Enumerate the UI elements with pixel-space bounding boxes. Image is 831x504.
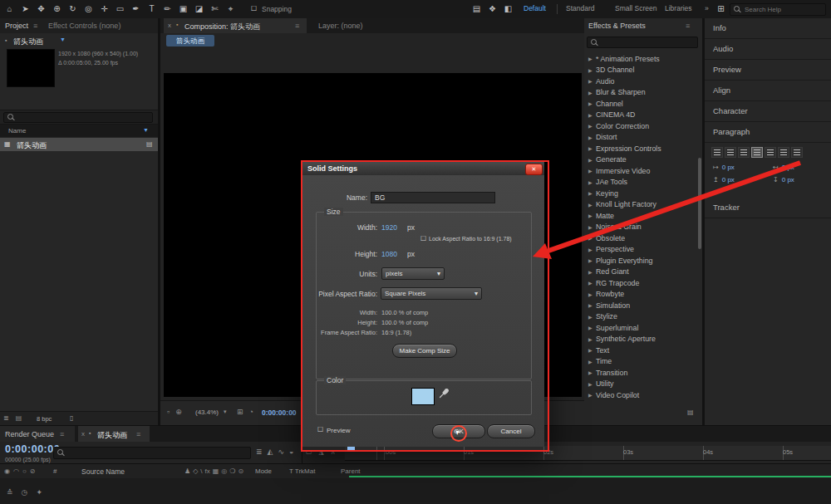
tool-icon[interactable]: ◎ <box>81 0 96 18</box>
workspace-tab-default[interactable]: Default <box>524 4 546 12</box>
expand-arrow-icon[interactable]: ▶ <box>584 90 596 95</box>
workspace-overflow-icon[interactable]: » <box>705 4 709 12</box>
effects-category-row[interactable]: ▶ Superluminal <box>584 322 702 334</box>
workspace-icon[interactable]: ▤ <box>469 0 484 18</box>
effects-category-row[interactable]: ▶ Noise & Grain <box>584 222 702 233</box>
effects-scrollbar[interactable] <box>698 158 701 249</box>
panel-menu-icon[interactable]: ≡ <box>686 22 690 30</box>
lock-aspect-checkbox[interactable]: ☐ <box>420 235 426 242</box>
tool-icon[interactable]: ↻ <box>65 0 81 18</box>
expand-arrow-icon[interactable]: ▶ <box>584 314 596 320</box>
workspace-icon[interactable]: ❖ <box>484 0 500 18</box>
panel-title-row-tracker[interactable]: Tracker <box>705 198 831 218</box>
layer-switch-icon[interactable]: ❍ <box>229 467 235 475</box>
expand-arrow-icon[interactable]: ▶ <box>584 202 596 208</box>
panel-title-row[interactable]: Align <box>705 81 831 101</box>
expand-arrow-icon[interactable]: ▶ <box>584 235 596 241</box>
height-value[interactable]: 1080 <box>381 250 397 258</box>
workspace-tab-standard[interactable]: Standard <box>566 4 595 12</box>
tab-effect-controls[interactable]: Effect Controls (none) <box>48 22 120 30</box>
tab-composition[interactable]: x ▪ Composition: 箭头动画 ≡ <box>164 18 307 33</box>
name-input[interactable] <box>371 192 495 203</box>
effects-category-row[interactable]: ▶ Blur & Sharpen <box>584 87 702 99</box>
expand-arrow-icon[interactable]: ▶ <box>584 145 596 151</box>
tool-icon[interactable]: ⌂ <box>2 0 17 18</box>
indent-value[interactable]: 0 px <box>722 176 735 183</box>
justify-all-button[interactable] <box>791 147 803 158</box>
dialog-close-button[interactable]: ✕ <box>525 164 543 175</box>
viewer-timecode[interactable]: 0:00:00:00 <box>262 409 297 417</box>
layer-switch-icon[interactable]: \ <box>200 467 202 475</box>
tool-icon[interactable]: T <box>144 0 160 18</box>
tool-icon[interactable]: ➤ <box>17 0 33 18</box>
timeline-view-icon[interactable]: ◭ <box>268 448 273 456</box>
timeline-search[interactable] <box>53 447 251 459</box>
indent-value[interactable]: 0 px <box>782 176 794 183</box>
layer-number-column[interactable]: # <box>53 467 57 475</box>
expand-arrow-icon[interactable]: ▶ <box>584 369 596 375</box>
expand-arrow-icon[interactable]: ▶ <box>584 381 596 387</box>
effects-category-row[interactable]: ▶ Synthetic Aperture <box>584 334 702 345</box>
color-swatch[interactable] <box>411 388 435 405</box>
viewer-footer-icon[interactable]: ◔ <box>249 408 253 416</box>
tool-icon[interactable]: ✄ <box>207 0 223 18</box>
effects-category-row[interactable]: ▶ 3D Channel <box>584 65 702 76</box>
effects-category-row[interactable]: ▶ Utility <box>584 379 702 390</box>
width-value[interactable]: 1920 <box>381 223 397 232</box>
dialog-titlebar[interactable]: Solid Settings ✕ <box>302 162 544 176</box>
panel-title-row-paragraph[interactable]: Paragraph <box>705 122 831 143</box>
av-feature-icon[interactable]: ⊘ <box>30 467 36 475</box>
effects-category-row[interactable]: ▶ Transition <box>584 367 702 379</box>
sort-caret-icon[interactable]: ▼ <box>143 127 149 133</box>
effects-category-row[interactable]: ▶ Obsolete <box>584 232 702 244</box>
make-comp-size-button[interactable]: Make Comp Size <box>392 344 457 358</box>
tab-timeline-comp[interactable]: x ▪ 箭头动画 ≡ <box>78 426 150 443</box>
effects-category-row[interactable]: ▶ Time <box>584 356 702 368</box>
av-feature-icon[interactable]: ○ <box>22 467 27 475</box>
comp-title-caret-icon[interactable]: ▼ <box>60 37 66 42</box>
tab-project[interactable]: Project <box>5 22 28 30</box>
effects-category-row[interactable]: ▶ Video Copilot <box>584 389 702 401</box>
panel-title-row[interactable]: Character <box>705 101 831 122</box>
tool-icon[interactable]: ✥ <box>33 0 49 18</box>
expand-arrow-icon[interactable]: ▶ <box>584 56 596 61</box>
expand-arrow-icon[interactable]: ▶ <box>584 112 596 118</box>
workspace-tab-small-screen[interactable]: Small Screen <box>615 4 657 12</box>
workspace-tab-libraries[interactable]: Libraries <box>665 4 692 12</box>
effects-category-row[interactable]: ▶ Keying <box>584 188 702 199</box>
panel-menu-icon[interactable]: ≡ <box>60 430 64 438</box>
tool-icon[interactable]: ✒ <box>128 0 144 18</box>
parent-column[interactable]: Parent <box>341 467 361 475</box>
expand-arrow-icon[interactable]: ▶ <box>584 302 596 308</box>
indent-value[interactable]: 0 px <box>782 164 794 171</box>
snapping-checkbox[interactable]: ☐ <box>251 5 257 12</box>
expand-arrow-icon[interactable]: ▶ <box>584 257 596 263</box>
layer-switch-icon[interactable]: ▦ <box>213 467 219 475</box>
pixel-aspect-ratio-select[interactable]: Square Pixels ▾ <box>381 287 482 300</box>
panel-title-row[interactable]: Preview <box>705 60 831 81</box>
effects-category-row[interactable]: ▶ Plugin Everything <box>584 255 702 267</box>
indent-field[interactable]: ↤ 0 px <box>773 164 826 171</box>
project-footer-icon[interactable]: ▤ <box>16 414 22 422</box>
mode-column[interactable]: Mode <box>255 467 272 475</box>
panel-menu-icon[interactable]: ≡ <box>136 430 140 438</box>
expand-arrow-icon[interactable]: ▶ <box>584 291 596 297</box>
effects-category-row[interactable]: ▶ Simulation <box>584 300 702 311</box>
tab-render-queue[interactable]: Render Queue ≡ <box>0 426 75 443</box>
timeline-bottom-icon[interactable]: ✦ <box>36 488 42 497</box>
workspace-icon[interactable]: ◧ <box>500 0 516 18</box>
timeline-view-icon[interactable]: ◒ <box>289 448 293 456</box>
comp-mini-tab[interactable]: 箭头动画 <box>166 35 214 46</box>
help-search-input[interactable] <box>743 5 825 14</box>
tool-icon[interactable]: ✏ <box>160 0 175 18</box>
work-area-bar[interactable] <box>349 476 831 477</box>
expand-arrow-icon[interactable]: ▶ <box>584 336 596 342</box>
expand-arrow-icon[interactable]: ▶ <box>584 179 596 185</box>
tool-icon[interactable]: ◪ <box>191 0 207 18</box>
tool-icon[interactable]: ▣ <box>175 0 191 18</box>
align-left-button[interactable] <box>711 147 723 158</box>
expand-arrow-icon[interactable]: ▶ <box>584 392 596 398</box>
expand-arrow-icon[interactable]: ▶ <box>584 224 596 230</box>
tab-layer-label[interactable]: Layer: (none) <box>318 22 363 30</box>
expand-arrow-icon[interactable]: ▶ <box>584 100 596 106</box>
